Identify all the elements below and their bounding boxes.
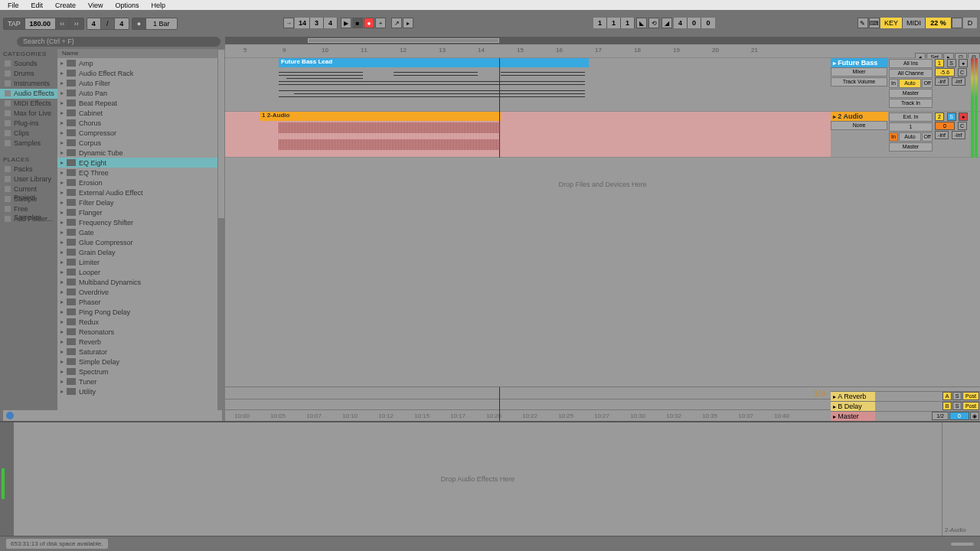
return-b-name[interactable]: ▸ B Delay	[831, 402, 875, 411]
return-a-header[interactable]: ▸ A Reverb A S Post	[831, 391, 980, 401]
return-a-solo[interactable]: S	[952, 392, 962, 400]
sidebar-category-instruments[interactable]: Instruments	[0, 79, 57, 89]
loop-len-bar[interactable]: 4	[674, 18, 688, 28]
punch-out-button[interactable]: ◢	[662, 18, 672, 28]
return-b-letter[interactable]: B	[942, 402, 952, 410]
follow-button[interactable]: →	[283, 18, 294, 28]
device-item-simple-delay[interactable]: ▸Simple Delay	[57, 357, 225, 367]
device-item-multiband-dynamics[interactable]: ▸Multiband Dynamics	[57, 277, 225, 287]
track-1-output[interactable]: Master	[889, 89, 933, 98]
sidebar-category-max-for-live[interactable]: Max for Live	[0, 109, 57, 119]
track-1-monitor-off[interactable]: Off	[922, 79, 933, 88]
search-input[interactable]: Search (Ctrl + F)	[17, 37, 220, 47]
device-item-overdrive[interactable]: ▸Overdrive	[57, 287, 225, 297]
position-beat[interactable]: 3	[310, 18, 324, 28]
master-vol[interactable]: 0	[949, 412, 969, 420]
track-1-arm[interactable]: ●	[959, 59, 968, 67]
sidebar-category-sounds[interactable]: Sounds	[0, 59, 57, 69]
loop-start-sx[interactable]: 1	[621, 18, 635, 28]
track-1-output-ch[interactable]: Track In	[889, 99, 933, 108]
sidebar-category-clips[interactable]: Clips	[0, 129, 57, 139]
loop-button[interactable]: ⟲	[648, 18, 659, 28]
track-2-input[interactable]: Ext. In	[889, 112, 933, 122]
master-solo[interactable]: ◉	[970, 412, 979, 420]
track-2-activator[interactable]: 2	[935, 112, 944, 121]
track-2-inf2[interactable]: -inf	[952, 131, 965, 139]
track-2-cue[interactable]: C	[958, 122, 967, 130]
clip-future-bass-lead[interactable]: Future Bass Lead	[279, 58, 589, 67]
track-2-send-a[interactable]: 0	[935, 122, 955, 130]
device-item-resonators[interactable]: ▸Resonators	[57, 327, 225, 337]
track-1-name[interactable]: ▸ Future Bass	[831, 58, 888, 67]
list-header-name[interactable]: Name	[57, 49, 225, 58]
device-item-gate[interactable]: ▸Gate	[57, 227, 225, 237]
device-item-flanger[interactable]: ▸Flanger	[57, 207, 225, 217]
metronome-button[interactable]: ●	[132, 18, 146, 29]
sidebar-place-user-library[interactable]: User Library	[0, 174, 57, 184]
sidebar-place-sample[interactable]: Sample	[0, 194, 57, 204]
track-1-monitor-auto[interactable]: Auto	[899, 79, 921, 88]
return-b-header[interactable]: ▸ B Delay B S Post	[831, 401, 980, 411]
position-bar[interactable]: 14	[295, 18, 310, 28]
device-item-cabinet[interactable]: ▸Cabinet	[57, 108, 225, 118]
sidebar-place-packs[interactable]: Packs	[0, 165, 57, 174]
time-sig-num[interactable]: 4	[87, 18, 101, 29]
device-item-frequency-shifter[interactable]: ▸Frequency Shifter	[57, 217, 225, 227]
device-item-spectrum[interactable]: ▸Spectrum	[57, 367, 225, 377]
device-chain-area[interactable]: Drop Audio Effects Here	[14, 422, 942, 536]
midi-map-button[interactable]: MIDI	[903, 18, 926, 28]
sidebar-place-current-project[interactable]: Current Project	[0, 184, 57, 194]
device-item-utility[interactable]: ▸Utility	[57, 386, 225, 396]
track-2-solo[interactable]: S	[947, 112, 956, 121]
device-item-chorus[interactable]: ▸Chorus	[57, 118, 225, 128]
device-item-amp[interactable]: ▸Amp	[57, 58, 225, 68]
d-overload[interactable]: D	[963, 18, 977, 28]
position-sixteenth[interactable]: 4	[324, 18, 338, 28]
track-1-volume-label[interactable]: Track Volume	[831, 77, 887, 86]
tempo-nudge-up[interactable]: ››	[70, 18, 83, 29]
menu-file[interactable]: File	[2, 2, 25, 9]
device-item-eq-three[interactable]: ▸EQ Three	[57, 168, 225, 178]
device-item-auto-pan[interactable]: ▸Auto Pan	[57, 88, 225, 98]
tempo-field[interactable]: 180.00	[25, 18, 56, 29]
menu-options[interactable]: Options	[109, 2, 145, 9]
device-item-looper[interactable]: ▸Looper	[57, 267, 225, 277]
loop-start-bar[interactable]: 1	[593, 18, 607, 28]
clip-2-audio[interactable]: 1 2-Audio	[260, 112, 501, 121]
tap-tempo-button[interactable]: TAP	[4, 18, 25, 29]
track-1-input[interactable]: All Ins	[889, 59, 933, 68]
sidebar-place-free-samples[interactable]: Free Samples	[0, 204, 57, 214]
menu-view[interactable]: View	[82, 2, 109, 9]
sidebar-category-midi-effects[interactable]: MIDI Effects	[0, 99, 57, 109]
track-1-inf2[interactable]: -inf	[952, 77, 965, 86]
track-2-arm[interactable]: ●	[959, 112, 968, 121]
overdub-button[interactable]: +	[375, 18, 386, 28]
device-item-erosion[interactable]: ▸Erosion	[57, 178, 225, 187]
browser-scrollbar[interactable]	[217, 49, 225, 421]
return-a-name[interactable]: ▸ A Reverb	[831, 392, 875, 401]
track-1-input-ch[interactable]: All Channe	[889, 69, 933, 78]
device-item-tuner[interactable]: ▸Tuner	[57, 377, 225, 386]
menu-edit[interactable]: Edit	[25, 2, 50, 9]
metronome-countIn[interactable]: 1 Bar	[146, 18, 177, 29]
track-1-send-a[interactable]: -5.6	[935, 68, 955, 77]
master-header[interactable]: ▸ Master 1/2 0 ◉	[831, 411, 980, 421]
track-2-none[interactable]: None	[831, 121, 887, 130]
device-item-limiter[interactable]: ▸Limiter	[57, 257, 225, 267]
device-item-compressor[interactable]: ▸Compressor	[57, 128, 225, 138]
device-item-grain-delay[interactable]: ▸Grain Delay	[57, 247, 225, 257]
device-item-auto-filter[interactable]: ▸Auto Filter	[57, 78, 225, 88]
key-map-button[interactable]: KEY	[880, 18, 903, 28]
sidebar-category-samples[interactable]: Samples	[0, 139, 57, 148]
sidebar-category-plug-ins[interactable]: Plug-ins	[0, 119, 57, 129]
return-a-post[interactable]: Post	[962, 392, 979, 400]
track-2-monitor-off[interactable]: Off	[922, 132, 933, 142]
master-name[interactable]: ▸ Master	[831, 412, 875, 421]
device-item-redux[interactable]: ▸Redux	[57, 317, 225, 327]
overview-region[interactable]	[308, 38, 499, 43]
device-item-phaser[interactable]: ▸Phaser	[57, 297, 225, 307]
beat-ruler[interactable]: 59101112131415161718192021 ◂ Set ▸ ⊡ ⊟	[225, 44, 980, 58]
device-item-beat-repeat[interactable]: ▸Beat Repeat	[57, 98, 225, 108]
tempo-nudge-down[interactable]: ‹‹	[56, 18, 70, 29]
playhead[interactable]	[499, 58, 500, 158]
